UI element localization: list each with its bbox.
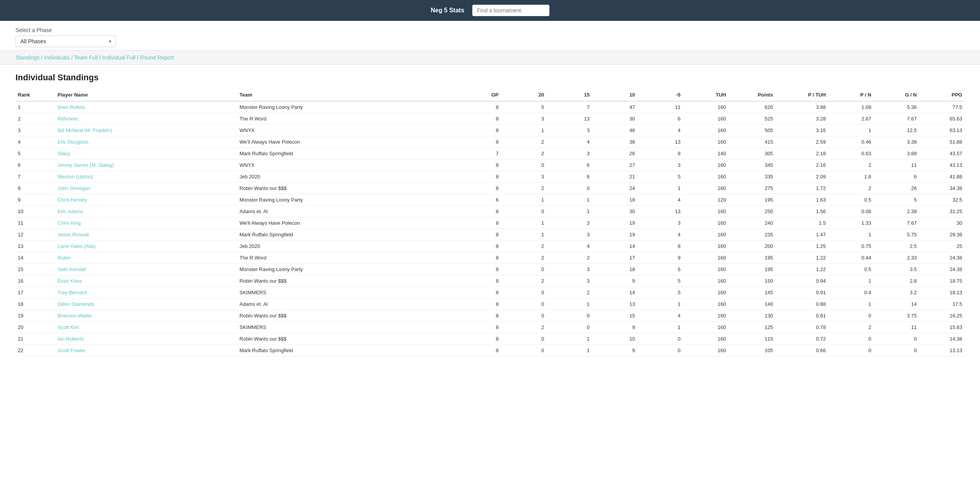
cell-rank: 12 (15, 229, 55, 241)
player-link[interactable]: Robin (58, 255, 71, 261)
cell-ptuh: 0.66 (775, 345, 828, 356)
breadcrumb-round-report[interactable]: Round Report (140, 54, 174, 61)
cell-ppg: 34.38 (919, 183, 965, 194)
cell-gn: 2.38 (874, 206, 919, 217)
player-link[interactable]: Scott Fowler (58, 348, 85, 353)
tournament-search-input[interactable] (472, 5, 550, 16)
cell-pn: 0.75 (828, 241, 874, 252)
player-link[interactable]: Rithmetic (58, 116, 78, 122)
cell-team: SKIMMERS (237, 322, 456, 333)
player-link[interactable]: Evan Knox (58, 278, 82, 284)
cell-20: 1 (501, 229, 546, 241)
cell-player: Ian Roberts (55, 333, 237, 345)
cell-20: 0 (501, 206, 546, 217)
cell-15: 0 (546, 183, 592, 194)
cell-tuh: 160 (683, 159, 728, 171)
cell-ptuh: 1.63 (775, 194, 828, 206)
cell-points: 525 (728, 113, 776, 125)
breadcrumb-individuals[interactable]: Individuals (44, 54, 70, 61)
cell-ppg: 43.13 (919, 159, 965, 171)
cell-n5: 4 (637, 310, 683, 322)
player-link[interactable]: Scott Kim (58, 324, 79, 330)
player-link[interactable]: Trey Bernard (58, 290, 87, 295)
breadcrumb-team-full[interactable]: Team Full (74, 54, 98, 61)
table-row: 22 Scott Fowler Mark Ruffalo Springfield… (15, 345, 965, 356)
cell-team: WNYX (237, 159, 456, 171)
phase-select[interactable]: All Phases (15, 36, 116, 47)
cell-ptuh: 1.25 (775, 241, 828, 252)
cell-gn: 2.33 (874, 252, 919, 264)
cell-pn: 0.4 (828, 287, 874, 298)
player-link[interactable]: Chris Hendry (58, 197, 87, 203)
table-row: 17 Trey Bernard SKIMMERS 8 0 2 14 5 160 … (15, 287, 965, 298)
cell-20: 2 (501, 136, 546, 148)
cell-pn: 2 (828, 322, 874, 333)
cell-gp: 8 (456, 287, 501, 298)
cell-tuh: 160 (683, 322, 728, 333)
cell-n5: 9 (637, 252, 683, 264)
table-row: 19 Brannon Waller Robin Wants our $$$ 8 … (15, 310, 965, 322)
table-row: 13 Lane Yates (Alia) Jeb 2020 8 2 4 14 8… (15, 241, 965, 252)
player-link[interactable]: Jimmy James (M. Staley) (58, 162, 114, 168)
player-link[interactable]: Eric Douglass (58, 139, 88, 145)
cell-team: Mark Ruffalo Springfield (237, 345, 456, 356)
player-link[interactable]: Seth Kendall (58, 266, 86, 272)
cell-pn: 0.08 (828, 206, 874, 217)
player-link[interactable]: Dillon Diamonds (58, 301, 94, 307)
col-player: Player Name (55, 89, 237, 101)
cell-15: 4 (546, 136, 592, 148)
cell-15: 2 (546, 287, 592, 298)
player-link[interactable]: Dren Rollins (58, 104, 85, 110)
cell-10: 24 (592, 183, 638, 194)
cell-15: 3 (546, 275, 592, 287)
player-link[interactable]: John Donegan (58, 185, 90, 191)
cell-10: 30 (592, 113, 638, 125)
player-link[interactable]: Weston (Upton) (58, 174, 93, 180)
table-row: 3 Bill McNeal (M. Franklin) WNYX 8 1 3 4… (15, 125, 965, 136)
player-link[interactable]: Ian Roberts (58, 336, 83, 342)
cell-20: 3 (501, 171, 546, 183)
player-link[interactable]: Lane Yates (Alia) (58, 243, 96, 249)
player-link[interactable]: Eric Adams (58, 209, 83, 214)
cell-gp: 8 (456, 345, 501, 356)
cell-rank: 22 (15, 345, 55, 356)
cell-20: 0 (501, 345, 546, 356)
col-rank: Rank (15, 89, 55, 101)
player-link[interactable]: Chris King (58, 220, 81, 226)
cell-points: 195 (728, 252, 776, 264)
cell-20: 0 (501, 298, 546, 310)
cell-n5: 1 (637, 183, 683, 194)
cell-ppg: 65.63 (919, 113, 965, 125)
cell-pn: 1 (828, 298, 874, 310)
player-link[interactable]: Brannon Waller (58, 313, 92, 319)
cell-team: Mark Ruffalo Springfield (237, 148, 456, 159)
player-link[interactable]: Jason Russell (58, 232, 89, 237)
player-link[interactable]: Stacy (58, 151, 70, 156)
table-row: 1 Dren Rollins Monster Raving Loony Part… (15, 101, 965, 113)
cell-tuh: 160 (683, 101, 728, 113)
cell-ppg: 24.38 (919, 252, 965, 264)
table-row: 5 Stacy Mark Ruffalo Springfield 7 2 3 2… (15, 148, 965, 159)
col-10: 10 (592, 89, 638, 101)
cell-ptuh: 1.22 (775, 264, 828, 275)
cell-gn: 7.67 (874, 217, 919, 229)
cell-ptuh: 1.5 (775, 217, 828, 229)
breadcrumb-standings[interactable]: Standings (15, 54, 39, 61)
cell-ptuh: 3.16 (775, 125, 828, 136)
page-title: Individual Standings (15, 73, 965, 83)
cell-tuh: 120 (683, 194, 728, 206)
cell-gp: 8 (456, 333, 501, 345)
cell-gp: 8 (456, 275, 501, 287)
breadcrumb-individual-full[interactable]: Individual Full (102, 54, 136, 61)
cell-points: 140 (728, 298, 776, 310)
cell-ptuh: 2.18 (775, 148, 828, 159)
cell-pn: 0.46 (828, 136, 874, 148)
cell-rank: 13 (15, 241, 55, 252)
player-link[interactable]: Bill McNeal (M. Franklin) (58, 127, 112, 133)
cell-15: 7 (546, 101, 592, 113)
cell-points: 345 (728, 159, 776, 171)
cell-10: 47 (592, 101, 638, 113)
cell-rank: 15 (15, 264, 55, 275)
cell-tuh: 140 (683, 148, 728, 159)
cell-20: 2 (501, 275, 546, 287)
